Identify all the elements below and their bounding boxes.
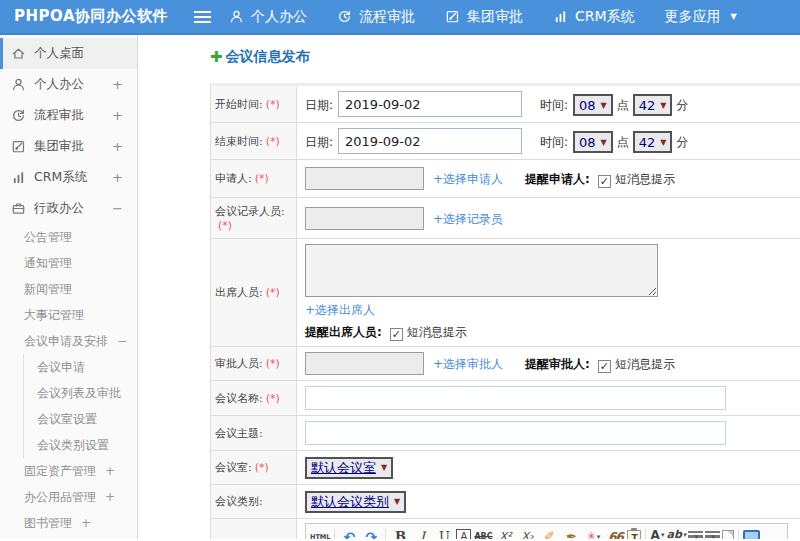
- sidebar-item-会议申请[interactable]: 会议申请: [23, 354, 137, 380]
- dropdown-arrow-icon: ▾: [695, 533, 699, 540]
- select-recorder-link[interactable]: +选择记录员: [433, 212, 503, 226]
- sidebar-item-个人办公[interactable]: 个人办公+: [0, 69, 137, 100]
- sidebar-item-大事记管理[interactable]: 大事记管理: [0, 302, 137, 328]
- meeting-name-label: 会议名称:: [215, 392, 263, 405]
- format-brush-icon[interactable]: ✒: [561, 527, 581, 539]
- redo-icon[interactable]: ↷: [361, 527, 381, 539]
- sidebar-item-通知管理[interactable]: 通知管理: [0, 250, 137, 276]
- sidebar-item-流程审批[interactable]: 流程审批+: [0, 100, 137, 131]
- approver-input[interactable]: [305, 352, 424, 375]
- superscript-icon[interactable]: X²: [495, 527, 515, 539]
- select-attendees-link[interactable]: +选择出席人: [305, 303, 375, 317]
- meeting-name-input[interactable]: [305, 386, 726, 410]
- sms-checkbox[interactable]: ✓: [390, 328, 403, 341]
- sidebar-item-图书管理[interactable]: 图书管理+: [0, 510, 137, 536]
- dropdown-arrow-icon: ▾: [683, 529, 687, 539]
- sidebar-item-label: 会议类别设置: [37, 436, 109, 454]
- recorder-input[interactable]: [305, 207, 424, 230]
- sidebar-item-行政办公[interactable]: 行政办公−: [0, 193, 137, 224]
- expand-toggle-icon[interactable]: −: [117, 334, 127, 348]
- sidebar-item-会议类别设置[interactable]: 会议类别设置: [23, 432, 137, 458]
- meeting-form: 开始时间:(*) 日期: 时间:08▼点42▼分 结束时间:(*) 日期: 时间…: [210, 83, 800, 539]
- required-mark: (*): [266, 286, 280, 299]
- meeting-category-select[interactable]: 默认会议类别▼: [305, 491, 406, 513]
- font-color-icon[interactable]: A▾: [650, 529, 664, 540]
- start-date-input[interactable]: [338, 91, 522, 117]
- dropdown-arrow-icon: ▾: [712, 533, 716, 540]
- meeting-category-label: 会议类别:: [215, 495, 263, 508]
- start-hour-select[interactable]: 08▼: [573, 94, 613, 116]
- form-row-meeting-name: 会议名称:(*): [211, 381, 800, 416]
- nav-item-流程审批[interactable]: 流程审批: [337, 8, 415, 26]
- expand-toggle-icon[interactable]: +: [112, 170, 123, 185]
- menu-toggle-icon[interactable]: [194, 11, 211, 23]
- nav-item-CRM系统[interactable]: CRM系统: [553, 8, 635, 26]
- more-apps-menu[interactable]: 更多应用 ▼: [665, 8, 737, 26]
- required-mark: (*): [266, 135, 280, 148]
- sidebar-item-label: 会议列表及审批: [37, 384, 121, 402]
- meeting-subject-input[interactable]: [305, 421, 726, 445]
- sidebar-item-label: 会议申请: [37, 358, 85, 376]
- sidebar-item-会议室设置[interactable]: 会议室设置: [23, 406, 137, 432]
- bold-icon[interactable]: B: [390, 527, 410, 539]
- fullscreen-icon[interactable]: [743, 530, 760, 539]
- nav-item-个人办公[interactable]: 个人办公: [229, 8, 307, 26]
- applicant-input[interactable]: [305, 167, 424, 190]
- edit-icon: [445, 9, 460, 24]
- expand-toggle-icon[interactable]: −: [112, 201, 123, 216]
- sidebar-item-CRM系统[interactable]: CRM系统+: [0, 162, 137, 193]
- sms-checkbox[interactable]: ✓: [598, 175, 611, 188]
- meeting-room-select[interactable]: 默认会议室▼: [305, 457, 393, 479]
- blockquote-icon[interactable]: 66: [605, 527, 625, 539]
- expand-toggle-icon[interactable]: +: [112, 108, 123, 123]
- expand-toggle-icon[interactable]: +: [112, 139, 123, 154]
- eraser-icon[interactable]: ✐: [539, 527, 559, 539]
- sms-checkbox[interactable]: ✓: [598, 360, 611, 373]
- briefcase-icon: [11, 201, 26, 216]
- text-effect-icon[interactable]: ✳▾: [583, 527, 603, 539]
- expand-toggle-icon[interactable]: +: [112, 77, 123, 92]
- sidebar-item-会议申请及安排[interactable]: 会议申请及安排−: [0, 328, 137, 354]
- sidebar-item-label: 集团审批: [34, 138, 84, 155]
- required-mark: (*): [266, 98, 280, 111]
- undo-icon[interactable]: ↶: [339, 527, 359, 539]
- select-approver-link[interactable]: +选择审批人: [433, 357, 503, 371]
- select-applicant-link[interactable]: +选择申请人: [433, 172, 503, 186]
- sidebar-item-label: 公告管理: [24, 229, 72, 246]
- sidebar-item-会议列表及审批[interactable]: 会议列表及审批: [23, 380, 137, 406]
- underline-icon[interactable]: U: [434, 527, 454, 539]
- required-mark: (*): [255, 172, 269, 185]
- subscript-icon[interactable]: X₂: [517, 527, 537, 539]
- attendees-textarea[interactable]: [305, 244, 658, 297]
- sidebar-item-label: 大事记管理: [24, 307, 84, 324]
- date-label: 日期:: [305, 98, 333, 112]
- sidebar-item-新闻管理[interactable]: 新闻管理: [0, 276, 137, 302]
- sidebar-item-办公用品管理[interactable]: 办公用品管理+: [0, 484, 137, 510]
- sidebar-item-公告管理[interactable]: 公告管理: [0, 224, 137, 250]
- end-hour-select[interactable]: 08▼: [573, 131, 613, 153]
- form-row-applicant: 申请人:(*) +选择申请人提醒申请人:✓短消息提示: [211, 160, 800, 198]
- expand-toggle-icon[interactable]: +: [105, 464, 115, 478]
- sidebar-item-固定资产管理[interactable]: 固定资产管理+: [0, 458, 137, 484]
- rich-text-editor: HTML↶↷BIUAABCX²X₂✐✒✳▾66TA▾ab▾▾▾ 自定义标题▼段落…: [305, 523, 788, 539]
- end-date-input[interactable]: [338, 128, 522, 154]
- sms-label: 短消息提示: [615, 357, 675, 371]
- top-nav: 个人办公流程审批集团审批CRM系统: [229, 8, 635, 26]
- paste-text-icon[interactable]: T: [627, 530, 641, 539]
- italic-icon[interactable]: I: [412, 527, 432, 539]
- nav-item-集团审批[interactable]: 集团审批: [445, 8, 523, 26]
- sidebar-item-集团审批[interactable]: 集团审批+: [0, 131, 137, 162]
- start-minute-select[interactable]: 42▼: [633, 94, 673, 116]
- unordered-list-icon[interactable]: ▾: [705, 531, 720, 539]
- expand-toggle-icon[interactable]: +: [81, 516, 91, 530]
- strikethrough-icon[interactable]: ABC: [473, 527, 493, 539]
- sidebar-item-个人桌面[interactable]: 个人桌面: [0, 38, 137, 69]
- required-mark: (*): [255, 461, 269, 474]
- html-source-icon[interactable]: HTML: [310, 527, 330, 539]
- highlight-icon[interactable]: ab▾: [666, 529, 686, 540]
- new-doc-icon[interactable]: [722, 530, 734, 540]
- end-minute-select[interactable]: 42▼: [633, 131, 673, 153]
- expand-toggle-icon[interactable]: +: [105, 490, 115, 504]
- ordered-list-icon[interactable]: ▾: [688, 531, 703, 539]
- font-box-icon[interactable]: A: [456, 529, 471, 539]
